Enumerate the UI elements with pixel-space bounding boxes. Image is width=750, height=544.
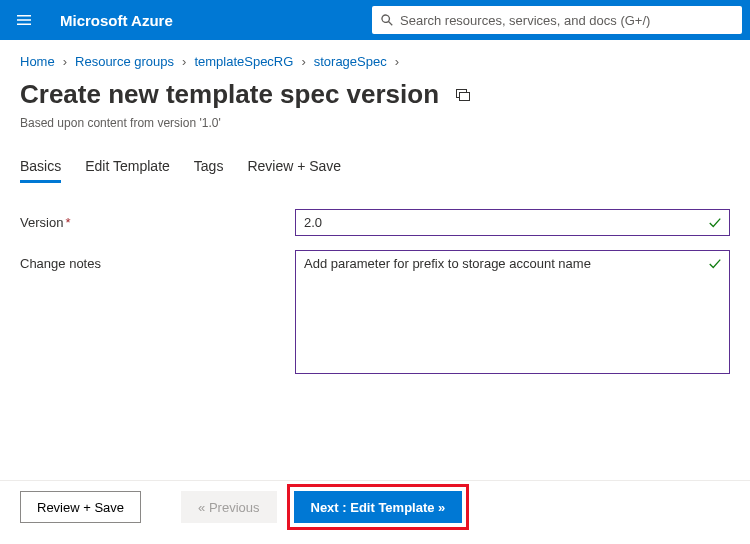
review-save-button[interactable]: Review + Save <box>20 491 141 523</box>
chevron-right-icon: › <box>182 54 186 69</box>
highlight-annotation: Next : Edit Template » <box>287 484 470 530</box>
tab-edit-template[interactable]: Edit Template <box>85 158 170 183</box>
search-input[interactable] <box>400 13 734 28</box>
search-box[interactable] <box>372 6 742 34</box>
chevron-right-icon: › <box>63 54 67 69</box>
version-row: Version* <box>20 209 730 236</box>
change-notes-row: Change notes <box>20 250 730 377</box>
previous-button: « Previous <box>181 491 276 523</box>
version-input[interactable] <box>295 209 730 236</box>
version-label-text: Version <box>20 215 63 230</box>
chevron-right-icon: › <box>301 54 305 69</box>
footer: Review + Save « Previous Next : Edit Tem… <box>0 470 750 544</box>
required-indicator: * <box>65 215 70 230</box>
tab-tags[interactable]: Tags <box>194 158 224 183</box>
breadcrumb-storagespec[interactable]: storageSpec <box>314 54 387 69</box>
tabs: Basics Edit Template Tags Review + Save <box>0 130 750 183</box>
title-row: Create new template spec version <box>0 77 750 112</box>
page-subtitle: Based upon content from version '1.0' <box>0 112 750 130</box>
breadcrumb-templatespecrg[interactable]: templateSpecRG <box>194 54 293 69</box>
chevron-right-icon: › <box>395 54 399 69</box>
svg-rect-1 <box>460 92 470 100</box>
page-title: Create new template spec version <box>20 79 439 110</box>
tab-basics[interactable]: Basics <box>20 158 61 183</box>
tab-review-save[interactable]: Review + Save <box>247 158 341 183</box>
breadcrumb-home[interactable]: Home <box>20 54 55 69</box>
menu-icon[interactable] <box>8 4 40 36</box>
change-notes-label: Change notes <box>20 250 295 271</box>
brand-logo[interactable]: Microsoft Azure <box>52 12 181 29</box>
breadcrumb: Home › Resource groups › templateSpecRG … <box>0 40 750 77</box>
next-edit-template-button[interactable]: Next : Edit Template » <box>294 491 463 523</box>
top-bar: Microsoft Azure <box>0 0 750 40</box>
form-area: Version* Change notes <box>0 183 750 377</box>
version-label: Version* <box>20 209 295 230</box>
change-notes-input[interactable] <box>295 250 730 374</box>
feedback-icon[interactable] <box>453 85 473 105</box>
search-icon <box>380 13 394 27</box>
breadcrumb-resource-groups[interactable]: Resource groups <box>75 54 174 69</box>
